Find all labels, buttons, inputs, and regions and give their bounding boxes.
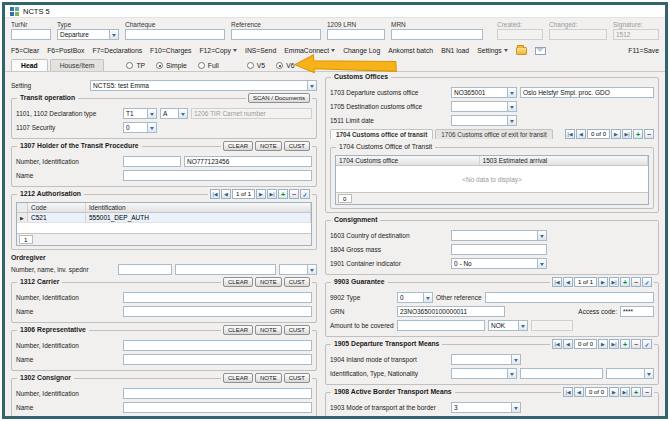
toolbar-item-changelog[interactable]: Change Log [343,47,380,54]
nav-prev-icon[interactable]: ◀ [221,189,231,199]
dropdown-icon[interactable] [644,369,653,378]
destination-office-combo[interactable] [451,101,517,112]
dropdown-icon[interactable] [507,417,516,420]
nav-last-icon[interactable]: ▶| [267,189,277,199]
clear-button[interactable]: CLEAR [223,373,253,383]
nav-next-icon[interactable]: ▶ [611,129,621,139]
cust-button[interactable]: CUST [284,373,310,383]
nav-first-icon[interactable]: |◀ [565,129,575,139]
limit-date-picker[interactable] [451,115,517,126]
dropdown-icon[interactable] [507,102,516,111]
note-button[interactable]: NOTE [255,277,282,287]
toolbar-item-clear[interactable]: F5=Clear [11,47,39,54]
dropdown-icon[interactable] [507,88,516,97]
reference-field[interactable] [231,29,321,40]
radio-v5[interactable]: V5 [247,62,265,69]
ordregiver-number-field[interactable] [118,264,172,275]
nav-add-icon[interactable]: + [278,189,288,199]
toolbar-item-save[interactable]: F11=Save [628,47,659,54]
nav-add-icon[interactable]: + [631,387,641,397]
nav-endedit-icon[interactable]: ✓ [300,189,310,199]
access-code-field[interactable]: **** [620,306,654,317]
charteque-field[interactable] [125,29,225,40]
nav-delete-icon[interactable]: − [642,387,652,397]
toolbar-item-postbox[interactable]: F6=PostBox [47,47,84,54]
column-header-code[interactable]: Code [28,203,86,212]
column-header-arrival[interactable]: 1503 Estimated arrival [480,156,648,165]
declaration-type-combo[interactable]: T1 [123,108,157,119]
turnr-field[interactable] [11,29,51,40]
nav-next-icon[interactable]: ▶ [598,339,608,349]
departure-nationality-combo[interactable] [606,368,654,379]
nav-endedit-icon[interactable]: ✓ [642,277,652,287]
country-destination-combo[interactable] [451,230,547,241]
departure-ident-type-combo[interactable] [451,368,517,379]
toolbar-item-bn1-load[interactable]: BN1 load [441,47,469,54]
nav-delete-icon[interactable]: − [631,339,641,349]
departure-office-combo[interactable]: NO365001 [451,87,517,98]
nav-add-icon[interactable]: + [620,277,630,287]
toolbar-item-declarations[interactable]: F7=Declarations [92,47,142,54]
departure-office-name-field[interactable]: Oslo Helsfyr Smpl. proc. GDO [520,87,654,98]
carrier-number-field[interactable] [123,292,312,303]
departure-ident-field[interactable] [520,368,603,379]
nav-last-icon[interactable]: ▶| [609,339,619,349]
dropdown-icon[interactable] [307,81,316,90]
border-ident-field[interactable] [520,416,603,420]
inland-mode-combo[interactable] [451,354,521,365]
dropdown-icon[interactable] [644,417,653,420]
ordregiver-name-field[interactable] [175,264,276,275]
nav-first-icon[interactable]: |◀ [210,189,220,199]
lrn-field[interactable] [327,29,385,40]
tab-office-of-exit[interactable]: 1706 Customs office of exit for transit [435,129,552,139]
holder-name-field[interactable] [123,170,312,181]
declaration-sub-combo[interactable]: A [160,108,188,119]
nav-prev-icon[interactable]: ◀ [563,277,573,287]
clear-button[interactable]: CLEAR [223,325,253,335]
nav-last-icon[interactable]: ▶| [609,277,619,287]
dropdown-icon[interactable] [518,321,527,330]
holder-number-field[interactable] [123,156,181,167]
grn-field[interactable]: 23NO36500100000011 [397,306,505,317]
radio-v6[interactable]: V6 [276,62,294,69]
other-reference-field[interactable] [485,292,654,303]
radio-simple[interactable]: Simple [156,62,187,69]
nav-next-icon[interactable]: ▶ [598,277,608,287]
representative-name-field[interactable] [123,354,312,365]
holder-identification-field[interactable]: NO777123456 [184,156,312,167]
dropdown-icon[interactable] [307,265,316,274]
mrn-field[interactable] [391,29,483,40]
nav-prev-icon[interactable]: ◀ [563,339,573,349]
dropdown-icon[interactable] [423,293,432,302]
nav-prev-icon[interactable]: ◀ [574,387,584,397]
amount-field[interactable] [397,320,485,331]
consignor-name-field[interactable] [123,402,312,413]
note-button[interactable]: NOTE [255,373,282,383]
clear-button[interactable]: CLEAR [223,141,253,151]
folder-icon[interactable] [516,47,527,55]
nav-prev-icon[interactable]: ◀ [576,129,586,139]
guarantee-type-combo[interactable]: 0 [397,292,433,303]
cust-button[interactable]: CUST [284,325,310,335]
calendar-dropdown-icon[interactable] [507,116,516,125]
nav-last-icon[interactable]: ▶| [622,129,632,139]
nav-first-icon[interactable]: |◀ [552,277,562,287]
ordregiver-spednr-combo[interactable] [279,264,317,275]
table-row[interactable]: ▶ C521 555001_DEP_AUTH [17,213,311,223]
dropdown-icon[interactable] [507,369,516,378]
scan-documents-button[interactable]: SCAN / Documents [248,93,310,103]
dropdown-icon[interactable] [147,109,156,118]
column-header-office[interactable]: 1704 Customs office [336,156,480,165]
toolbar-item-ankomst-batch[interactable]: Ankomst batch [388,47,433,54]
consignor-number-field[interactable] [123,388,312,399]
radio-tp[interactable]: TP [126,62,145,69]
dropdown-icon[interactable] [511,355,520,364]
border-ident-type-combo[interactable] [451,416,517,420]
dropdown-icon[interactable] [178,109,187,118]
currency-combo[interactable]: NOK [488,320,528,331]
nav-delete-icon[interactable]: − [644,129,654,139]
border-mode-combo[interactable]: 3 [451,402,521,413]
mail-icon[interactable] [535,47,546,55]
container-indicator-combo[interactable]: 0 - No [451,258,547,269]
nav-endedit-icon[interactable]: ✓ [642,339,652,349]
